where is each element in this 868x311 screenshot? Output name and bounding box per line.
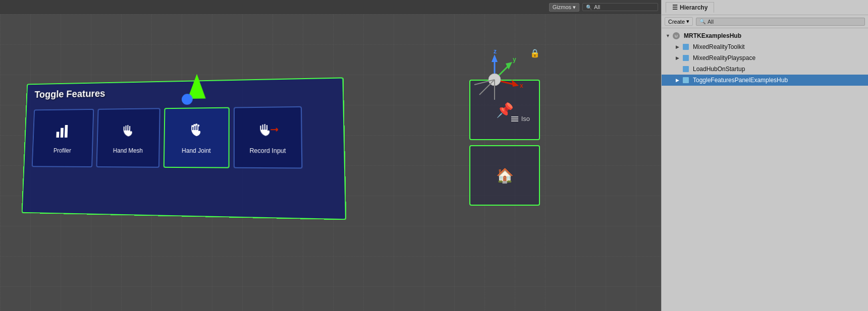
scene-search-input[interactable]	[594, 4, 655, 10]
toggle-features-panel: Toggle Features Profiler	[22, 77, 347, 220]
svg-marker-7	[270, 128, 278, 132]
create-button[interactable]: Create ▾	[665, 17, 693, 26]
hierarchy-header: ☰ Hierarchy	[662, 0, 868, 15]
tree-arrow-mrt	[676, 44, 681, 49]
scene-view[interactable]: Toggle Features Profiler	[0, 14, 661, 311]
hand-joint-button[interactable]: Hand Joint	[164, 107, 230, 168]
unity-icon-hub: U	[673, 32, 680, 39]
create-dropdown-icon: ▾	[686, 18, 689, 25]
home-icon: 🏠	[496, 167, 514, 184]
svg-point-3	[191, 125, 193, 127]
hierarchy-tab-icon: ☰	[672, 4, 678, 11]
tree-arrow-toggle	[676, 78, 681, 83]
iso-text: Iso	[521, 115, 530, 122]
svg-rect-0	[56, 132, 59, 137]
svg-text:z: z	[494, 49, 497, 55]
gizmos-button[interactable]: Gizmos ▾	[549, 3, 579, 12]
tree-item-load-hub[interactable]: LoadHubOnStartup	[662, 64, 868, 75]
toggle-buttons-row: Profiler Hand Mesh	[24, 99, 344, 175]
tree-item-mrtk-hub[interactable]: U MRTKExamplesHub	[662, 30, 868, 41]
svg-point-6	[197, 125, 199, 127]
tree-label-toggle: ToggleFeaturesPanelExamplesHub	[693, 77, 788, 84]
hand-mesh-button[interactable]: Hand Mesh	[96, 108, 160, 167]
svg-text:y: y	[513, 56, 516, 63]
tree-label-hub: MRTKExamplesHub	[684, 32, 741, 39]
hierarchy-search-icon: 🔍	[699, 19, 706, 24]
record-input-button[interactable]: Record Input	[234, 106, 303, 169]
svg-marker-15	[512, 80, 519, 87]
svg-point-4	[193, 124, 195, 126]
hierarchy-tab[interactable]: ☰ Hierarchy	[666, 2, 714, 13]
scene-toolbar: Gizmos ▾ 🔍	[0, 0, 661, 14]
tree-item-mrt[interactable]: MixedRealityToolkit	[662, 41, 868, 52]
gizmos-label: Gizmos	[553, 4, 571, 10]
hand-mesh-label: Hand Mesh	[113, 147, 143, 154]
scene-search-bar[interactable]: 🔍	[582, 3, 658, 11]
gizmos-dropdown-icon: ▾	[573, 4, 576, 11]
tree-label-mrp: MixedRealityPlayspace	[693, 54, 755, 61]
scene-box-home[interactable]: 🏠	[469, 145, 540, 206]
tree-arrow-mrp	[676, 55, 681, 60]
tree-arrow-hub	[666, 33, 671, 38]
gizmo-svg: z y x	[464, 49, 525, 110]
scene-panel: Gizmos ▾ 🔍 Toggle Features	[0, 0, 661, 311]
tree-item-mrp[interactable]: MixedRealityPlayspace	[662, 52, 868, 64]
tree-label-mrt: MixedRealityToolkit	[693, 43, 745, 50]
svg-marker-9	[492, 54, 498, 62]
hierarchy-panel: ☰ Hierarchy Create ▾ 🔍 U MRTKExamplesHub	[661, 0, 868, 311]
hierarchy-toolbar: Create ▾ 🔍	[662, 15, 868, 28]
cube-icon-mrt	[683, 44, 689, 50]
tree-item-toggle-panel[interactable]: ToggleFeaturesPanelExamplesHub	[662, 75, 868, 86]
iso-lines-icon	[511, 116, 518, 121]
hierarchy-tab-label: Hierarchy	[680, 4, 708, 11]
cube-icon-load	[683, 66, 689, 72]
scene-search-icon: 🔍	[586, 5, 592, 10]
hierarchy-tree: U MRTKExamplesHub MixedRealityToolkit Mi…	[662, 28, 868, 311]
create-label: Create	[668, 19, 685, 25]
hand-joint-label: Hand Joint	[182, 147, 211, 154]
svg-point-5	[195, 123, 197, 126]
cube-icon-mrp	[683, 55, 689, 61]
hand-joint-icon	[187, 121, 205, 143]
tree-label-load: LoadHubOnStartup	[693, 66, 745, 73]
record-input-icon	[257, 120, 278, 143]
hand-mesh-icon	[119, 121, 137, 143]
hierarchy-search-input[interactable]	[708, 19, 861, 25]
record-input-label: Record Input	[249, 147, 286, 154]
profiler-icon	[54, 122, 72, 143]
svg-rect-1	[61, 128, 64, 138]
svg-rect-2	[65, 125, 68, 138]
ball-decoration	[182, 94, 193, 105]
iso-label: Iso	[511, 115, 530, 122]
gizmo-widget: z y x	[464, 49, 525, 110]
profiler-button[interactable]: Profiler	[32, 109, 94, 167]
hierarchy-search-bar[interactable]: 🔍	[696, 18, 865, 26]
svg-text:x: x	[520, 82, 523, 89]
lock-icon[interactable]: 🔒	[530, 48, 540, 58]
profiler-label: Profiler	[53, 147, 72, 154]
cube-icon-toggle	[683, 77, 689, 83]
